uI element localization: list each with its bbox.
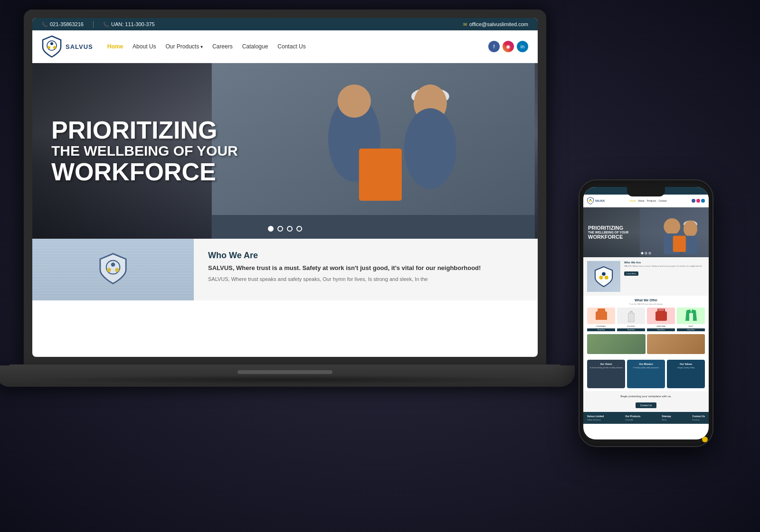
about-section: Who We Are SALVUS, Where trust is a must… (32, 239, 538, 300)
phone-gallery-2 (647, 334, 705, 354)
phone-valuescard: Our Values Integrity, Quality, Safety (667, 360, 705, 388)
phone-vision-text: To be the leading provider of safety sol… (589, 367, 623, 369)
phone-hero-line1: PRIORITIZING (588, 225, 628, 231)
phone-values-title: Our Values (669, 363, 703, 365)
phone-yellow-dot (702, 437, 708, 442)
logo-text: SALVUS (66, 43, 93, 50)
phone-hero: PRIORITIZING THE WELLBEING OF YOUR WORKF… (583, 207, 709, 257)
phone-uniform-btn[interactable]: Shop Now (647, 328, 675, 331)
nav-links: Home About Us Our Products Careers Catal… (107, 43, 488, 50)
laptop-body: 021-35863216 UAN: 111-300-375 office@sal… (24, 9, 546, 365)
social-links: f ◉ in (488, 41, 528, 52)
about-text: SALVUS, Where trust speaks and safety sp… (208, 275, 523, 283)
svg-point-16 (589, 200, 590, 202)
phone-footer-col1: Salvus Limited Safety Solutions (587, 415, 604, 421)
phone-gloves-btn[interactable]: Shop Now (617, 328, 645, 331)
phone-uniform-img (647, 308, 675, 324)
phone-vest-img (677, 308, 705, 324)
phone-workers (640, 207, 709, 257)
svg-rect-31 (596, 312, 600, 320)
phone-footer-text3: Home (662, 419, 671, 421)
nav: SALVUS Home About Us Our Products Career… (32, 30, 538, 63)
instagram-icon[interactable]: ◉ (503, 41, 514, 52)
nav-contact[interactable]: Contact Us (277, 43, 305, 50)
laptop-shadow (24, 375, 546, 384)
phone-instagram-icon (696, 199, 700, 203)
phone-coverall-label: COVERALL (587, 325, 615, 327)
phone-facebook-icon (692, 199, 695, 203)
hero-title-line3: WORKFORCE (51, 159, 238, 184)
phone-mission-text: Providing quality safety equipment (629, 367, 663, 369)
svg-point-9 (404, 108, 456, 189)
about-title: Who We Are (208, 251, 523, 261)
phone-social-icons (692, 199, 705, 203)
phone-hero-line3: WORKFORCE (588, 234, 628, 240)
phone-coverall-btn[interactable]: Shop Now (587, 328, 615, 331)
hero-dot-4[interactable] (296, 226, 302, 232)
svg-point-6 (338, 84, 371, 118)
about-logo-overlay (99, 252, 127, 287)
logo: SALVUS (42, 35, 93, 58)
phone-linkedin-icon (701, 199, 705, 203)
hero-title-line1: PRIORITIZING (51, 118, 238, 142)
phone-hero-overlay (640, 207, 709, 257)
workers-illustration (209, 63, 538, 239)
phone-product-uniform: UNIFORM Shop Now (647, 308, 675, 331)
svg-point-18 (591, 200, 592, 202)
hero-dot-3[interactable] (287, 226, 293, 232)
divider (93, 21, 94, 28)
phone-screen: SALVUS Home About Products Contact PRIOR… (583, 187, 709, 439)
phone-cta-btn[interactable]: Contact Us (636, 402, 657, 408)
phone-cta: Begin protecting your workplace with us.… (583, 391, 709, 412)
phone-products-grid: COVERALL Shop Now GLOVES Shop Now (587, 308, 705, 331)
svg-point-20 (664, 218, 680, 235)
phone-cta-text: Begin protecting your workplace with us. (587, 395, 705, 398)
phone-hero-dots (641, 252, 651, 254)
logo-shield-icon (42, 35, 62, 58)
phone-footer-text2: Coveralls (625, 419, 640, 421)
svg-point-15 (115, 268, 119, 272)
phone-gallery-1 (587, 334, 646, 354)
nav-products[interactable]: Our Products (165, 43, 202, 50)
about-image (32, 239, 194, 300)
phone-about-text: Who We Are SALVUS, Where trust is a must… (624, 261, 705, 292)
linkedin-icon[interactable]: in (517, 41, 528, 52)
phone-footer-col3: Sitemap Home (662, 415, 671, 421)
phone-mission-title: Our Mission (629, 363, 663, 365)
hero-dot-1[interactable] (268, 226, 274, 232)
phone-footer-title3: Sitemap (662, 415, 671, 418)
phone-product-coverall: COVERALL Shop Now (587, 308, 615, 331)
svg-rect-33 (628, 313, 634, 322)
phone-vest-btn[interactable]: Shop Now (677, 328, 705, 331)
svg-rect-36 (658, 308, 664, 311)
phone-about-btn[interactable]: Learn More (624, 271, 638, 276)
svg-rect-35 (656, 311, 667, 321)
phone2: UAN: 111-300-375 (103, 21, 155, 27)
svg-point-1 (48, 46, 50, 49)
phone-about-section: Who We Are SALVUS, Where trust is a must… (583, 257, 709, 296)
laptop-device: 021-35863216 UAN: 111-300-375 office@sal… (24, 9, 570, 437)
phone-coverall-img (587, 308, 615, 324)
nav-catalogue[interactable]: Catalogue (242, 43, 268, 50)
phone-logo-icon (587, 197, 594, 205)
nav-careers[interactable]: Careers (212, 43, 233, 50)
phone-offer-subtitle: Trust the SALVUS and stay safe always (587, 303, 705, 305)
nav-about[interactable]: About Us (133, 43, 156, 50)
phone-footer-col2: Our Products Coveralls (625, 415, 640, 421)
about-tagline: SALVUS, Where trust is a must. Safety at… (208, 264, 523, 271)
nav-home[interactable]: Home (107, 43, 123, 50)
phone-uniform-label: UNIFORM (647, 325, 675, 327)
phone-hero-line2: THE WELLBEING OF YOUR (588, 231, 628, 234)
hero-dot-2[interactable] (277, 226, 283, 232)
phone-footer-text1: Safety Solutions (587, 419, 604, 421)
hero-text: PRIORITIZING THE WELLBEING OF YOUR WORKF… (32, 103, 257, 198)
phone-hero-text: PRIORITIZING THE WELLBEING OF YOUR WORKF… (588, 225, 628, 240)
facebook-icon[interactable]: f (488, 41, 500, 52)
phone1: 021-35863216 (42, 21, 84, 27)
about-content: Who We Are SALVUS, Where trust is a must… (194, 239, 538, 300)
phone-about-image (587, 261, 620, 292)
phone-nav-contact: Contact (658, 199, 666, 202)
phone-dot-1 (641, 252, 644, 254)
svg-point-28 (605, 276, 608, 280)
phone-offer-title: What We Offer (587, 299, 705, 302)
